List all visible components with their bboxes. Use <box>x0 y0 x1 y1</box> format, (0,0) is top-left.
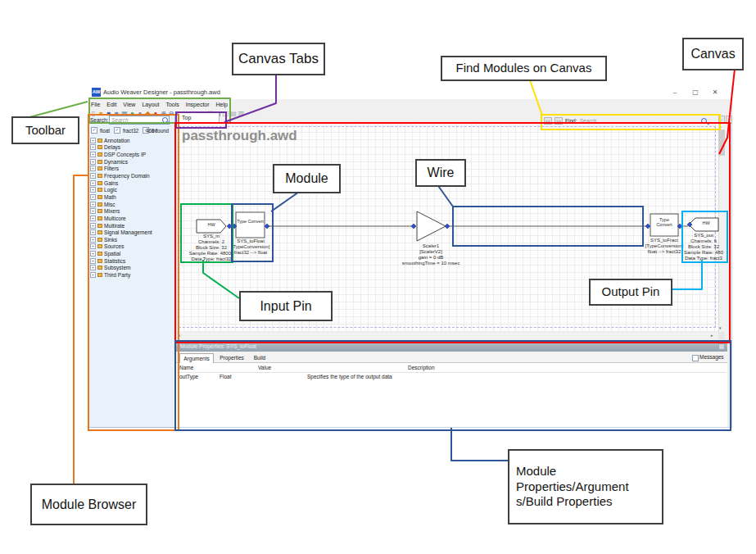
tree-item[interactable]: + Multicore <box>90 215 174 222</box>
tab-build[interactable]: Build <box>250 353 269 363</box>
find-input[interactable]: Search <box>579 118 596 124</box>
menu-item[interactable]: View <box>123 102 135 107</box>
tree-item[interactable]: + Multirate <box>90 222 174 229</box>
expand-icon[interactable]: + <box>90 208 96 214</box>
tab-arguments[interactable]: Arguments <box>179 353 214 363</box>
tree-item[interactable]: + Mixers <box>90 207 174 215</box>
folder-icon <box>97 202 102 207</box>
menu-item[interactable]: File <box>91 102 100 107</box>
tree-item[interactable]: + Signal Management <box>90 229 174 236</box>
callout-canvas-tabs: Canvas Tabs <box>232 43 325 75</box>
expand-icon[interactable]: + <box>90 216 96 221</box>
menu-item[interactable]: Layout <box>142 102 159 107</box>
menu-item[interactable]: Edit <box>106 102 116 107</box>
distribute-h-icon[interactable]: ◫ <box>223 110 229 118</box>
expand-icon[interactable]: + <box>90 258 96 264</box>
callout-line: Properties/Argument <box>516 479 629 495</box>
distribute-v-icon[interactable]: ▤ <box>230 110 237 118</box>
scroll-up-icon[interactable]: ▴ <box>719 124 722 129</box>
expand-icon[interactable]: + <box>90 187 96 193</box>
tab-scroll-right-button[interactable]: › <box>726 116 732 124</box>
argument-value-cell[interactable]: Float <box>220 374 231 379</box>
tree-item-label: Misc <box>104 202 115 207</box>
filter-checkbox[interactable]: ✓ <box>91 127 97 134</box>
maximize-button[interactable]: ▢ <box>690 88 701 98</box>
folder-icon <box>97 138 102 143</box>
tree-item[interactable]: + Delays <box>90 144 174 152</box>
menu-item[interactable]: Inspector <box>186 102 210 107</box>
tree-item-label: Sinks <box>104 237 117 243</box>
panel-menu-button[interactable] <box>718 343 725 350</box>
route-icon[interactable]: ▥ <box>238 110 245 118</box>
menu-item[interactable]: Tools <box>165 102 179 107</box>
messages-checkbox[interactable] <box>692 355 699 361</box>
expand-icon[interactable]: + <box>90 180 96 186</box>
find-bar: << >> Find: Search <box>544 116 596 125</box>
expand-icon[interactable]: + <box>90 194 96 200</box>
horizontal-scrollbar[interactable] <box>176 332 718 339</box>
expand-icon[interactable]: + <box>90 159 96 165</box>
tree-item-label: Sources <box>104 243 124 249</box>
tree-item[interactable]: + Filters <box>90 166 174 173</box>
canvas-tab-strip <box>175 111 731 124</box>
callout-line: s/Build Properties <box>516 494 629 510</box>
callout-canvas: Canvas <box>682 38 744 70</box>
folder-icon <box>97 259 102 263</box>
expand-icon[interactable]: + <box>90 202 96 207</box>
tree-item[interactable]: + Sinks <box>90 236 174 243</box>
tree-item[interactable]: + Statistics <box>90 257 174 265</box>
scroll-down-icon[interactable]: ▾ <box>719 325 722 330</box>
tree-item[interactable]: + Misc <box>90 201 174 208</box>
find-next-button[interactable]: >> <box>555 117 563 125</box>
expand-icon[interactable]: + <box>90 243 96 249</box>
find-search-icon <box>701 118 707 124</box>
canvas-tab-top[interactable]: Top <box>178 112 220 124</box>
expand-icon[interactable]: + <box>90 166 96 171</box>
expand-icon[interactable]: + <box>90 144 96 150</box>
tab-scroll-left-button[interactable]: ‹ <box>718 116 725 124</box>
expand-icon[interactable]: + <box>90 229 96 235</box>
window-title: Audio Weaver Designer - passthrough.awd <box>103 89 220 96</box>
module-caption: SYS_in <box>203 234 220 238</box>
minimize-button[interactable]: – <box>669 88 681 98</box>
module-label: Type Convert <box>237 214 264 229</box>
tree-item-label: Subsystem <box>104 265 131 270</box>
module-caption: Block Size: 32 <box>196 245 227 250</box>
menu-item[interactable]: Help <box>216 102 228 107</box>
tree-item[interactable]: + Subsystem <box>90 265 174 272</box>
filter-checkbox[interactable]: ✓ <box>114 127 120 134</box>
scroll-left-icon[interactable]: ◂ <box>178 333 180 338</box>
find-previous-button[interactable]: << <box>544 117 552 125</box>
tab-properties[interactable]: Properties <box>215 353 248 363</box>
tree-item-label: Multicore <box>104 216 126 221</box>
module-caption: SYS_toFract <box>650 238 678 243</box>
expand-icon[interactable]: + <box>90 265 96 270</box>
expand-icon[interactable]: + <box>90 138 96 143</box>
tree-item[interactable]: + Sources <box>90 243 174 251</box>
expand-icon[interactable]: + <box>90 223 96 229</box>
close-button[interactable]: ✕ <box>709 88 721 98</box>
expand-icon[interactable]: + <box>90 272 96 278</box>
expand-icon[interactable]: + <box>90 251 96 257</box>
tree-item[interactable]: + Spatial <box>90 250 174 257</box>
callout-module-browser: Module Browser <box>30 484 147 525</box>
tree-item-label: Delays <box>104 144 120 150</box>
module-browser-connector <box>74 175 88 484</box>
callout-input-pin: Input Pin <box>239 291 333 321</box>
expand-icon[interactable]: + <box>90 152 96 157</box>
menu-bar: FileEditViewLayoutToolsInspectorHelp <box>91 99 228 109</box>
module-caption: [TypeConversion] <box>645 243 684 248</box>
tree-item[interactable]: + Frequency Domain <box>90 172 174 179</box>
tree-item[interactable]: + Annotation <box>90 137 174 144</box>
tree-item[interactable]: + Math <box>90 193 174 201</box>
tree-item[interactable]: + Gains <box>90 179 174 187</box>
vertical-scrollbar-thumb[interactable] <box>718 129 725 156</box>
expand-icon[interactable]: + <box>90 237 96 243</box>
tree-item-label: Mixers <box>104 208 120 214</box>
scroll-right-icon[interactable]: ▸ <box>711 333 713 338</box>
tree-item[interactable]: + DSP Concepts IP <box>90 151 174 158</box>
tree-item[interactable]: + Logic <box>90 186 174 193</box>
tree-item[interactable]: + Dynamics <box>90 158 174 166</box>
expand-icon[interactable]: + <box>90 173 96 179</box>
tree-item[interactable]: + Third Party <box>90 271 174 279</box>
